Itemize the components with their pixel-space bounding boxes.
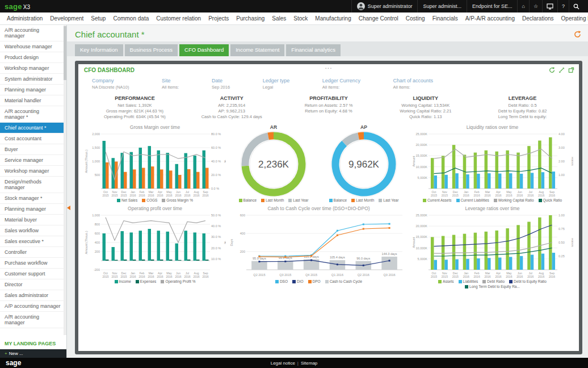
svg-text:0.25: 0.25 — [558, 254, 565, 258]
sidebar-item-planning-manager[interactable]: Planning manager — [0, 85, 66, 95]
filter-chart-of-accounts[interactable]: Chart of accountsAll items: — [393, 78, 433, 90]
dashboard-refresh-icon[interactable] — [549, 67, 555, 73]
legend-label: Liabilities — [463, 279, 478, 283]
operating-profit-chart[interactable]: -2002004006008001,00010.0 %20.0 %30.0 %4… — [84, 212, 226, 279]
footer-link-legal-notice[interactable]: Legal notice — [271, 361, 295, 366]
administration-menu[interactable]: Super administ... — [417, 0, 467, 12]
filter-site[interactable]: SiteAll items: — [162, 78, 179, 90]
sidebar-item-purchase-workflow[interactable]: Purchase workflow — [0, 258, 66, 269]
sidebar-item-service-manager[interactable]: Service manager — [0, 155, 66, 166]
tab-income-statement[interactable]: Income Statement — [230, 44, 284, 56]
filter-label: Ledger type — [263, 78, 290, 83]
legend-current-liabilities: Current Liabilities — [456, 198, 489, 202]
tab-key-information[interactable]: Key Information — [75, 44, 123, 56]
sidebar-item-material-buyer[interactable]: Material buyer — [0, 215, 66, 225]
tab-financial-analytics[interactable]: Financial analytics — [286, 44, 341, 56]
sidebar-item-a-r-accounting-manager[interactable]: A/R accounting manager — [0, 312, 66, 328]
menu-item-financials[interactable]: Financials — [432, 15, 458, 22]
ap-donut-chart[interactable]: 9,962K — [321, 131, 406, 198]
svg-text:50.0 %: 50.0 % — [211, 214, 221, 217]
sidebar-item-workshop-manager[interactable]: Workshop manager — [0, 63, 66, 74]
sidebar-item-sales-workflow[interactable]: Sales workflow — [0, 225, 66, 236]
svg-text:2016: 2016 — [166, 275, 172, 278]
sidebar-item-product-design[interactable]: Product design — [0, 52, 66, 63]
legend-label: Last Year — [293, 198, 308, 202]
svg-text:2015: 2015 — [111, 194, 117, 197]
menu-item-costing[interactable]: Costing — [406, 15, 425, 22]
menu-item-sales[interactable]: Sales — [272, 15, 286, 22]
menu-item-development[interactable]: Development — [50, 15, 83, 22]
sidebar-item-system-administrator[interactable]: System administrator — [0, 74, 66, 85]
legend-income: Income — [115, 279, 131, 283]
sidebar-item-a-p-accounting-manager[interactable]: A/P accounting manager — [0, 301, 66, 312]
tab-cfo-dashboard[interactable]: CFO Dashboard — [179, 44, 229, 56]
kpi-profitability: PROFITABILITYReturn on Assets: 2.57 %Ret… — [280, 95, 377, 120]
sidebar-item-a-r-accounting-manager[interactable]: A/R accounting manager * — [0, 106, 66, 123]
menu-item-a-p-a-r-accounting[interactable]: A/P-A/R accounting — [465, 15, 515, 22]
svg-text:2.00: 2.00 — [558, 160, 565, 163]
sidebar-item-workshop-manager[interactable]: Workshop manager — [0, 166, 66, 177]
endpoint-menu[interactable]: Endpoint for SE... — [467, 0, 518, 12]
sidebar-item-warehouse-manager[interactable]: Warehouse manager — [0, 41, 66, 52]
search-icon[interactable] — [569, 0, 583, 12]
ar-donut-chart[interactable]: 2,236K — [231, 131, 316, 198]
filter-company[interactable]: CompanyNA Discrete (NA10) — [92, 78, 129, 90]
menu-item-change-control[interactable]: Change Control — [359, 15, 398, 22]
menu-item-manufacturing[interactable]: Manufacturing — [315, 15, 351, 22]
chart-title: Leverage ratios over time — [465, 206, 520, 211]
gross-margin-chart[interactable]: 5001,0001,5002,0000.0 %20.0 %40.0 %60.0 … — [84, 131, 226, 198]
svg-text:Amount (Thous.): Amount (Thous.) — [85, 149, 88, 173]
sidebar-item-controller[interactable]: Controller — [0, 247, 66, 258]
menu-item-administration[interactable]: Administration — [7, 15, 43, 22]
sidebar-item-director[interactable]: Director — [0, 279, 66, 290]
sage-logo[interactable]: sageX3 — [5, 2, 30, 11]
filter-label: Site — [162, 78, 179, 83]
sidebar-item-cost-accountant[interactable]: Cost accountant — [0, 133, 66, 144]
sidebar-item-a-r-accounting-manager[interactable]: A/R accounting manager — [0, 25, 66, 41]
screens-icon[interactable] — [542, 0, 557, 12]
cash-cycle-chart[interactable]: 200400600Days95.9 days99.8 days115.3 day… — [229, 212, 408, 279]
new-landing-page-button[interactable]: +New ... — [0, 349, 66, 358]
sidebar-item-stock-manager[interactable]: Stock manager * — [0, 193, 66, 204]
sidebar-item-buyer[interactable]: Buyer — [0, 144, 66, 155]
tab-business-process[interactable]: Business Process — [125, 44, 178, 56]
menu-item-projects[interactable]: Projects — [208, 15, 229, 22]
sidebar-item-material-handler[interactable]: Material handler — [0, 95, 66, 106]
chart-title: Liquidity ratios over time — [467, 124, 519, 130]
sidebar-scrollbar-thumb[interactable] — [64, 26, 66, 80]
leverage-chart[interactable]: 5,000K10,000K15,000K20,000K25,000K0.250.… — [411, 212, 573, 279]
user-menu[interactable]: Super administrator — [351, 0, 418, 12]
menu-item-declarations[interactable]: Declarations — [522, 15, 554, 22]
my-landing-pages-label[interactable]: MY LANDING PAGES — [0, 338, 66, 349]
panel-menu-dots[interactable]: ... — [325, 62, 332, 70]
menu-item-stock[interactable]: Stock — [293, 15, 308, 22]
home-icon[interactable]: ⌂ — [517, 0, 528, 12]
menu-item-operating-budgets[interactable]: Operating budgets — [561, 15, 588, 22]
svg-text:2016: 2016 — [506, 194, 512, 197]
sidebar-scrollbar[interactable] — [64, 25, 66, 335]
filter-ledger-currency[interactable]: Ledger CurrencyAll items: — [322, 78, 360, 90]
help-icon[interactable]: ? — [557, 0, 569, 12]
menu-item-purchasing[interactable]: Purchasing — [236, 15, 264, 22]
legend-label: Debt to Equity Ratio — [514, 279, 547, 283]
footer-link-sitemap[interactable]: Sitemap — [301, 361, 317, 366]
dashboard-popout-icon[interactable] — [568, 67, 574, 73]
filter-ledger-type[interactable]: Ledger typeLegal — [263, 78, 290, 90]
sidebar-item-planning-manager[interactable]: Planning manager — [0, 204, 66, 215]
page-refresh-icon[interactable] — [574, 31, 581, 38]
legend-swatch — [239, 199, 242, 202]
sidebar-item-design-methods-manager[interactable]: Design/methods manager — [0, 177, 66, 193]
liquidity-chart[interactable]: 5,000K10,000K15,000K20,000K25,000K1.002.… — [411, 131, 573, 198]
menu-item-setup[interactable]: Setup — [91, 15, 106, 22]
svg-text:20,000K: 20,000K — [416, 143, 428, 147]
sidebar-item-chief-accountant[interactable]: Chief accountant * — [0, 123, 66, 133]
sidebar-item-sales-executive[interactable]: Sales executive * — [0, 236, 66, 247]
filter-date[interactable]: DateSep 2016 — [212, 78, 230, 90]
sidebar-item-customer-support[interactable]: Customer support — [0, 269, 66, 279]
star-icon[interactable]: ☆ — [529, 0, 542, 12]
menu-item-customer-relation[interactable]: Customer relation — [156, 15, 201, 22]
sidebar-collapse-handle[interactable] — [67, 206, 70, 210]
sidebar-item-sales-administrator[interactable]: Sales administrator — [0, 290, 66, 301]
menu-item-common-data[interactable]: Common data — [113, 15, 149, 22]
dashboard-expand-icon[interactable] — [558, 67, 565, 73]
